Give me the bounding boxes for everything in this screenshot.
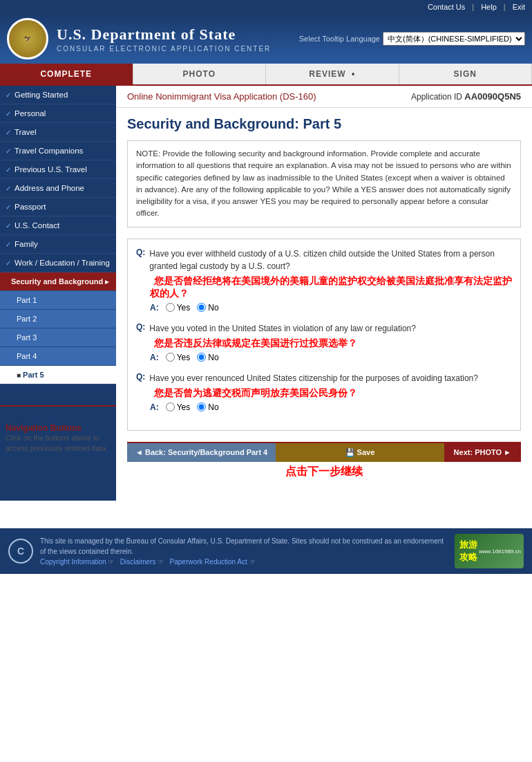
header-band: 🦅 U.S. Department of State CONSULAR ELEC… xyxy=(0,14,532,64)
sidebar-item-family[interactable]: ✓ Family xyxy=(0,235,116,254)
a2-label: A: xyxy=(150,353,159,362)
check-icon: ✓ xyxy=(6,91,11,99)
page-title: Security and Background: Part 5 xyxy=(127,116,521,132)
q1-no-option[interactable]: No xyxy=(197,303,218,313)
arrow-icon: ► xyxy=(104,278,111,286)
check-icon: ✓ xyxy=(6,241,11,248)
q1-chinese: 您是否曾经拒绝将在美国境外的美籍儿童的监护权交给被美国法庭批准享有法定监护权的人… xyxy=(150,275,512,299)
save-button[interactable]: 💾 Save xyxy=(276,443,444,462)
dept-main-title: U.S. Department of State xyxy=(57,26,291,44)
q1-label: Q: xyxy=(136,248,145,272)
sidebar: ✓ Getting Started ✓ Personal ✓ Travel ✓ … xyxy=(0,86,116,501)
q2-no-radio[interactable] xyxy=(197,353,206,362)
contact-link[interactable]: Contact Us xyxy=(428,3,465,11)
question-2: Q: Have you voted in the United States i… xyxy=(136,322,512,362)
q2-no-option[interactable]: No xyxy=(197,353,218,362)
dept-title: U.S. Department of State CONSULAR ELECTR… xyxy=(57,26,291,53)
app-title: Online Nonimmigrant Visa Application (DS… xyxy=(127,91,316,102)
tab-review[interactable]: REVIEW • xyxy=(266,64,399,84)
current-marker: ■ xyxy=(17,371,21,379)
q2-text: Have you voted in the United States in v… xyxy=(149,322,416,335)
main-layout: ✓ Getting Started ✓ Personal ✓ Travel ✓ … xyxy=(0,86,532,501)
top-bar: Contact Us | Help | Exit xyxy=(0,0,532,14)
content-area: Online Nonimmigrant Visa Application (DS… xyxy=(116,86,532,501)
help-title: Help: Navigation Buttons xyxy=(6,413,111,433)
footer-badge: 旅游攻略 www.1681989.cn xyxy=(455,534,524,568)
help-link[interactable]: Help xyxy=(481,3,497,11)
q2-yes-radio[interactable] xyxy=(166,353,175,362)
check-icon: ✓ xyxy=(6,129,11,136)
check-icon: ✓ xyxy=(6,259,11,267)
q3-no-option[interactable]: No xyxy=(197,402,218,412)
tab-photo[interactable]: PHOTO xyxy=(133,64,267,84)
check-icon: ✓ xyxy=(6,166,11,174)
next-button[interactable]: Next: PHOTO ► xyxy=(444,443,521,462)
questions-box: Q: Have you ever withheld custody of a U… xyxy=(127,239,521,431)
nav-tabs: COMPLETE PHOTO REVIEW • SIGN xyxy=(0,64,532,86)
sidebar-item-passport[interactable]: ✓ Passport xyxy=(0,198,116,216)
exit-link[interactable]: Exit xyxy=(513,3,525,11)
q2-label: Q: xyxy=(136,322,145,335)
sidebar-item-travel[interactable]: ✓ Travel xyxy=(0,123,116,142)
tab-sign[interactable]: SIGN xyxy=(399,64,533,84)
tab-complete[interactable]: COMPLETE xyxy=(0,64,133,84)
back-button[interactable]: ◄ Back: Security/Background Part 4 xyxy=(127,443,276,462)
sidebar-item-prev-us-travel[interactable]: ✓ Previous U.S. Travel xyxy=(0,160,116,179)
sidebar-item-work-edu[interactable]: ✓ Work / Education / Training xyxy=(0,254,116,272)
sidebar-item-part5[interactable]: ■ Part 5 xyxy=(0,366,116,384)
sidebar-item-address-phone[interactable]: ✓ Address and Phone xyxy=(0,179,116,198)
footer-text: This site is managed by the Bureau of Co… xyxy=(40,536,448,567)
check-icon: ✓ xyxy=(6,222,11,230)
q3-no-radio[interactable] xyxy=(197,402,206,411)
a3-label: A: xyxy=(150,402,159,412)
check-icon: ✓ xyxy=(6,147,11,155)
sidebar-item-part4[interactable]: Part 4 xyxy=(0,347,116,366)
question-1: Q: Have you ever withheld custody of a U… xyxy=(136,248,512,313)
chinese-hint: 点击下一步继续 xyxy=(127,465,521,479)
sidebar-item-security-background[interactable]: Security and Background ► xyxy=(0,272,116,291)
sidebar-item-getting-started[interactable]: ✓ Getting Started xyxy=(0,86,116,104)
q3-yes-radio[interactable] xyxy=(166,402,175,411)
help-box: Help: Navigation Buttons Click on the bu… xyxy=(0,405,116,460)
check-icon: ✓ xyxy=(6,185,11,192)
tooltip-label: Select Tooltip Language xyxy=(299,35,380,43)
tooltip-language-selector[interactable]: Select Tooltip Language 中文(简体）(CHINESE-S… xyxy=(299,32,525,46)
q1-no-radio[interactable] xyxy=(197,303,206,312)
footer: C This site is managed by the Bureau of … xyxy=(0,528,532,574)
q1-yes-radio[interactable] xyxy=(166,303,175,312)
sidebar-item-travel-companions[interactable]: ✓ Travel Companions xyxy=(0,142,116,160)
content-body: Security and Background: Part 5 NOTE: Pr… xyxy=(116,108,532,487)
q3-chinese: 您是否曾为逃避交税而声明放弃美国公民身份？ xyxy=(154,387,357,398)
question-3: Q: Have you ever renounced United States… xyxy=(136,372,512,412)
q3-text: Have you ever renounced United States ci… xyxy=(149,372,478,384)
note-box: NOTE: Provide the following security and… xyxy=(127,140,521,227)
bottom-nav: ◄ Back: Security/Background Part 4 💾 Sav… xyxy=(127,442,521,462)
app-id: Application ID AA0090Q5N5 xyxy=(411,91,521,102)
disclaimers-link[interactable]: Disclaimers xyxy=(120,558,156,566)
q1-yes-option[interactable]: Yes xyxy=(166,303,191,313)
help-text: Click on the buttons above to access pre… xyxy=(6,433,111,453)
language-select[interactable]: 中文(简体）(CHINESE-SIMPLIFIED) xyxy=(383,32,525,46)
paperwork-link[interactable]: Paperwork Reduction Act xyxy=(170,558,247,566)
copyright-link[interactable]: Copyright Information xyxy=(40,558,106,566)
q2-yes-option[interactable]: Yes xyxy=(166,353,191,362)
q1-text: Have you ever withheld custody of a U.S.… xyxy=(149,248,512,272)
footer-logo: C xyxy=(8,539,33,564)
a1-label: A: xyxy=(150,303,159,313)
q2-chinese: 您是否违反法律或规定在美国进行过投票选举？ xyxy=(154,337,357,349)
dept-sub-title: CONSULAR ELECTRONIC APPLICATION CENTER xyxy=(57,45,291,53)
seal-logo: 🦅 xyxy=(7,18,48,59)
sidebar-item-personal[interactable]: ✓ Personal xyxy=(0,104,116,123)
q3-label: Q: xyxy=(136,372,145,384)
sidebar-item-part1[interactable]: Part 1 xyxy=(0,291,116,310)
app-id-bar: Online Nonimmigrant Visa Application (DS… xyxy=(116,86,532,108)
check-icon: ✓ xyxy=(6,203,11,211)
sidebar-item-part2[interactable]: Part 2 xyxy=(0,310,116,328)
sidebar-item-part3[interactable]: Part 3 xyxy=(0,328,116,347)
check-icon: ✓ xyxy=(6,110,11,118)
sidebar-item-us-contact[interactable]: ✓ U.S. Contact xyxy=(0,216,116,235)
q3-yes-option[interactable]: Yes xyxy=(166,402,191,412)
